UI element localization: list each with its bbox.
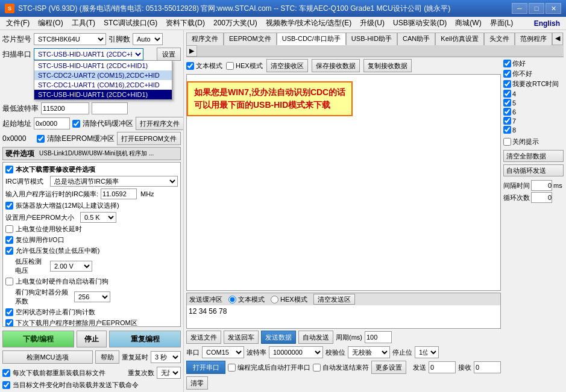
close-button[interactable]: ✕ — [546, 3, 561, 14]
copy-recv-button[interactable]: 复制接收数据 — [363, 59, 412, 72]
compile-open-checkbox[interactable] — [228, 364, 236, 372]
open-port-button[interactable]: 打开串口 — [186, 361, 225, 374]
more-settings-button[interactable]: 更多设置 — [371, 361, 406, 374]
wdt-divider-select[interactable]: 256 — [74, 291, 110, 302]
max-speed-input2[interactable] — [92, 102, 128, 114]
parity-select[interactable]: 无校验 — [348, 346, 390, 358]
tab-arrow-left[interactable]: ◀ — [552, 33, 563, 45]
send-return-button[interactable]: 发送回车 — [224, 331, 259, 344]
low-volt-select[interactable]: 2.00 V — [50, 261, 92, 272]
menu-shop[interactable]: 商城(W) — [451, 17, 485, 29]
tab-keil[interactable]: Keil仿真设置 — [435, 33, 483, 45]
menu-usb-driver[interactable]: USB驱动安装(D) — [389, 17, 450, 29]
dropdown-item-0[interactable]: STC-USB-HID-UART1 (2CDC+HID1) — [34, 61, 172, 70]
send-data-button[interactable]: 发送数据 — [261, 331, 296, 344]
amp-checkbox[interactable] — [5, 202, 13, 210]
retry-count-select[interactable]: 无限 — [157, 367, 181, 379]
dropdown-item-2[interactable]: STC-CDC1-UART1 (COM16),2CDC+HID — [34, 80, 172, 90]
item8-checkbox[interactable] — [503, 126, 511, 134]
tab-eeprom-file[interactable]: EEPROM文件 — [224, 33, 277, 45]
send-text-radio[interactable] — [228, 296, 236, 303]
idle-wdt-checkbox[interactable] — [5, 308, 13, 316]
item6-checkbox[interactable] — [503, 108, 511, 116]
item4-checkbox[interactable] — [503, 90, 511, 98]
close-hint-checkbox[interactable] — [503, 138, 511, 146]
menu-prize[interactable]: 200万大奖(U) — [210, 17, 261, 29]
minimize-button[interactable]: ─ — [512, 3, 527, 14]
send-text-content[interactable]: 12 34 56 78 — [187, 305, 500, 327]
menu-download[interactable]: 资料下载(D) — [162, 17, 209, 29]
auto-loop-button[interactable]: 自动循环发送 — [503, 164, 564, 176]
freq-input[interactable] — [101, 188, 137, 199]
auto-send-button[interactable]: 自动发送 — [298, 331, 333, 344]
settings-button[interactable]: 设置 — [157, 48, 181, 61]
scan-port-select[interactable]: STC-USB-HID-UART1 (2CDC+HID1) — [34, 48, 143, 60]
help-button[interactable]: 帮助 — [95, 350, 119, 364]
text-mode-checkbox[interactable] — [186, 62, 194, 70]
dropdown-item-3[interactable]: STC-USB-HID-UART1 (2CDC+HID1) — [34, 90, 172, 99]
low-volt-checkbox[interactable] — [5, 247, 13, 255]
max-speed-input[interactable] — [41, 102, 89, 114]
tab-prog-file[interactable]: 程序文件 — [186, 33, 224, 45]
menu-file[interactable]: 文件(F) — [2, 17, 33, 29]
irc-select[interactable]: 总是动态调节IRC频率 — [50, 176, 178, 187]
tab-header[interactable]: 头文件 — [484, 33, 515, 45]
item5-checkbox[interactable] — [503, 99, 511, 107]
baud-select[interactable]: 10000000 — [269, 346, 323, 358]
scan-port-dropdown[interactable]: STC-USB-HID-UART1 (2CDC+HID1) STC-CDC2-U… — [34, 60, 172, 100]
hex-mode-checkbox[interactable] — [226, 62, 234, 70]
eeprom-select[interactable]: 0.5 K — [80, 212, 116, 223]
save-recv-button[interactable]: 保存接收数据 — [312, 59, 360, 72]
menu-debug[interactable]: STC调试接口(G) — [100, 17, 161, 29]
open-eeprom-button[interactable]: 打开EEPROM文件 — [117, 132, 181, 145]
interval-input[interactable] — [531, 180, 552, 191]
stop-button[interactable]: 停止 — [77, 331, 107, 347]
hw-main-checkbox[interactable] — [5, 166, 13, 173]
pin-select[interactable]: Auto — [133, 33, 163, 45]
clear-all-button[interactable]: 清空全部数据 — [503, 150, 564, 162]
wdt-power-checkbox[interactable] — [5, 278, 13, 285]
maximize-button[interactable]: □ — [529, 3, 544, 14]
tab-usb-cdc[interactable]: USB-CDC/串口助手 — [277, 33, 346, 45]
clear-recv-button[interactable]: 清空接收区 — [266, 59, 308, 72]
hello-checkbox[interactable] — [503, 60, 511, 67]
tab-can[interactable]: CAN助手 — [397, 33, 435, 45]
check-mcu-button[interactable]: 检测MCU选项 — [2, 350, 93, 364]
long-delay-checkbox[interactable] — [5, 225, 13, 233]
menu-program[interactable]: 编程(O) — [34, 17, 66, 29]
reload-checkbox[interactable] — [2, 369, 10, 377]
rtc-checkbox[interactable] — [503, 80, 511, 88]
retry-timeout-select[interactable]: 3 秒 — [151, 351, 181, 363]
auto-download-checkbox[interactable] — [2, 381, 10, 389]
open-prog-button[interactable]: 打开程序文件 — [136, 117, 184, 130]
chip-select[interactable]: STC8H8K64U — [34, 33, 106, 45]
port-select[interactable]: COM15 — [202, 346, 244, 358]
menu-tools[interactable]: 工具(T) — [68, 17, 99, 29]
send-hex-radio[interactable] — [271, 296, 278, 303]
reprogram-button[interactable]: 重复编程 — [109, 331, 181, 347]
loop-count-input[interactable] — [531, 192, 552, 203]
menu-english[interactable]: English — [530, 19, 564, 28]
clear-count-button[interactable]: 清零 — [186, 376, 208, 390]
dropdown-item-1[interactable]: STC-CDC2-UART2 (COM15),2CDC+HID — [34, 70, 172, 80]
irc-label: IRC调节模式 — [5, 177, 48, 186]
stop-bits-select[interactable]: 1位 — [415, 346, 439, 358]
clear-eeprom-checkbox[interactable] — [37, 135, 45, 143]
start-addr-input[interactable] — [34, 117, 70, 129]
send-file-button[interactable]: 发送文件 — [186, 331, 221, 344]
menu-video[interactable]: 视频教学/技术论坛/选型(E) — [262, 17, 356, 29]
period-input[interactable] — [365, 331, 392, 343]
clear-code-checkbox[interactable] — [72, 120, 80, 128]
tab-example[interactable]: 范例程序 — [515, 33, 552, 45]
item7-checkbox[interactable] — [503, 117, 511, 125]
auto-send-end-checkbox[interactable] — [313, 364, 321, 372]
dl-eeprom-checkbox[interactable] — [5, 319, 13, 327]
reset-io-checkbox[interactable] — [5, 236, 13, 244]
clear-send-button[interactable]: 清空发送区 — [313, 294, 355, 305]
tab-arrow-right[interactable]: ▶ — [186, 45, 197, 57]
tab-usb-hid[interactable]: USB-HID助手 — [346, 33, 397, 45]
not-hello-checkbox[interactable] — [503, 70, 511, 78]
menu-ui[interactable]: 界面(L) — [486, 17, 517, 29]
download-button[interactable]: 下载/编程 — [2, 331, 74, 347]
menu-upgrade[interactable]: 升级(U) — [356, 17, 388, 29]
